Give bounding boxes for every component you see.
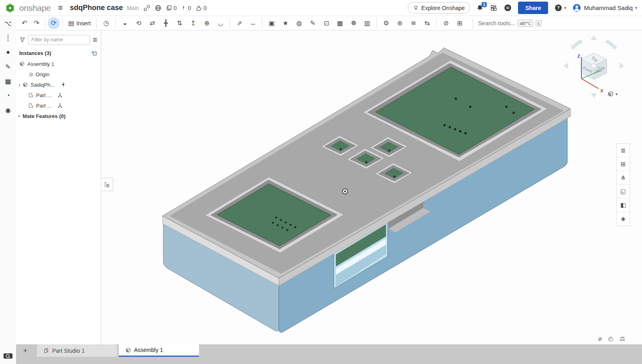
panel-collapse-handle[interactable] [101,178,113,191]
replicate-icon[interactable]: ★ [278,17,292,29]
view-options-button[interactable]: ▾ [607,91,618,97]
tab-part-studio-1[interactable]: Part Studio 1 [37,344,117,357]
mass-properties-icon[interactable]: ⚖ [620,335,625,342]
instances-header-row: Instances (3) [16,47,101,59]
edit-in-context-icon[interactable]: ✎ [306,17,319,29]
transform-icon[interactable]: ⇆ [420,17,434,29]
tree-item-assembly[interactable]: Assembly 1 [16,59,101,69]
width-mate-icon[interactable]: ↔ [246,17,260,29]
toolbar-divider [45,18,45,28]
revolute-mate-icon[interactable]: ⟲ [132,17,145,29]
bom-panel-icon[interactable]: ≣ [617,144,630,157]
tree-item-origin[interactable]: ◎ Origin [16,69,101,79]
toolbar-divider [62,18,63,28]
group-icon[interactable]: ▣ [265,17,278,29]
mate-tool-icon[interactable]: ◷ [99,17,113,29]
graphics-viewport[interactable]: Top Front Right Z X Y ▾ [101,31,642,344]
pin-slot-mate-icon[interactable]: ↥ [186,17,200,29]
tree-item-part-1[interactable]: Part ... [16,90,101,100]
performance-gauge-icon[interactable]: ◴ [608,335,613,342]
pattern-icon[interactable]: ▦ [333,17,347,29]
help-menu-button[interactable]: ? ▾ [554,4,566,12]
tree-item-subassembly[interactable]: › SadiqPh... [16,79,101,90]
properties-icon[interactable]: ▩ [0,74,16,88]
app-store-grid-icon[interactable] [490,4,498,12]
onshape-logo-icon[interactable] [5,3,15,13]
add-instance-icon[interactable] [91,50,98,57]
tree-item-part-2[interactable]: Part ... [16,100,101,111]
select-other-icon[interactable]: ◍ [292,17,306,29]
collapse-chevron-icon[interactable]: › [16,115,22,117]
follow-marker-icon[interactable]: ┊ [0,31,16,45]
mated-icon [57,103,63,109]
filter-funnel-icon[interactable] [19,37,26,43]
shortcut-c-key: c [536,20,542,26]
copy-link-icon[interactable] [143,4,150,12]
comments-icon[interactable]: ● [0,45,16,59]
tangent-mate-icon[interactable]: ◡ [213,17,227,29]
main-toolbar: ↶ ↷ ⟳ ▤ Insert ◷ ◒ ⟲ ⇄ ╋ ⇅ ↥ [16,16,642,31]
undo-button[interactable]: ↶ [18,17,30,29]
avatar [572,3,581,12]
versions-history-icon[interactable]: ⌥ [0,16,16,31]
document-tabs-bar: + Part Studio 1 Assembly 1 [16,344,642,364]
motion-gears-icon[interactable]: ⚙ [379,17,393,29]
fixed-pin-icon [61,82,66,88]
snap-mode-icon[interactable]: ⇗ [232,17,246,29]
list-view-icon[interactable]: ≣ [92,36,98,43]
view-cube[interactable]: Top Front Right Z X Y [559,34,631,102]
share-button[interactable]: Share [518,2,548,14]
exploded-views-panel-icon[interactable]: ⋔ [617,171,630,185]
like-count-stat[interactable]: 0 [195,4,207,12]
follow-count-stat[interactable]: 0 [181,4,191,11]
document-title: sdqPhone case [70,4,123,12]
thumbs-up-icon [195,4,202,12]
insert-button[interactable]: ▤ Insert [65,17,94,29]
toolbar-tools: ◷ ◒ ⟲ ⇄ ╋ ⇅ ↥ ⊕ ◡ ⇗ ↔ ▣ [99,17,466,29]
viewport-tools: ⌀ ◴ ⚖ [598,335,625,342]
add-tab-button[interactable]: + [19,344,31,357]
document-menu-icon[interactable]: ≡ [58,3,63,12]
search-tabs-icon[interactable] [0,352,16,360]
derived-instances-icon[interactable]: ⊡ [319,17,333,29]
svg-text:⚙: ⚙ [506,6,510,10]
search-tools-button[interactable]: Search tools... alt/⌥ c [473,18,547,28]
insert-feature-icon[interactable]: ⊞ [453,17,466,29]
mated-icon [57,92,63,98]
app-wordmark[interactable]: onshape [19,3,51,13]
slider-mate-icon[interactable]: ⇄ [145,17,159,29]
explore-onshape-button[interactable]: Explore Onshape [408,2,470,14]
rack-pinion-icon[interactable]: ≋ [406,17,420,29]
performance-icon[interactable]: ◔ [0,88,16,103]
planar-mate-icon[interactable]: ╋ [159,17,173,29]
copy-count-stat[interactable]: 0 [166,4,177,11]
expand-chevron-icon[interactable]: › [18,82,20,88]
mechanism-icon[interactable]: ⊛ [393,17,406,29]
measure-icon[interactable]: ⌀ [598,335,601,342]
cylindrical-mate-icon[interactable]: ⇅ [173,17,186,29]
ai-assistant-icon[interactable]: ⚙ [504,4,512,12]
appearance-panel-icon[interactable]: ◧ [617,198,630,212]
gear-relation-icon[interactable]: ☸ [347,17,360,29]
view-options-caret-icon: ▾ [616,92,618,96]
notifications-bell-icon[interactable]: 1 [476,4,484,12]
follow-count-value: 0 [188,5,191,11]
rotate-view-button[interactable]: ⟳ [48,17,60,29]
part-icon [28,103,34,108]
user-menu-button[interactable]: Muhammad Sadiq ▾ [572,3,637,12]
redo-button[interactable]: ↷ [30,17,43,29]
display-states-icon[interactable]: ▥ [360,17,374,29]
origin-icon: ◎ [29,71,33,77]
motion-panel-icon[interactable]: ◈ [617,212,630,226]
hide-notes-icon[interactable]: ⊘ [439,17,453,29]
fastened-mate-icon[interactable]: ◒ [118,17,132,29]
configurations-panel-icon[interactable]: ⊞ [617,157,630,171]
public-globe-icon [154,4,162,12]
ball-mate-icon[interactable]: ⊕ [200,17,213,29]
learning-center-icon[interactable]: ◉ [0,103,16,117]
filter-input[interactable] [28,35,90,45]
named-positions-panel-icon[interactable]: ◱ [617,185,630,198]
notes-icon[interactable]: ✎ [0,59,16,74]
mate-features-header[interactable]: › Mate Features (0) [16,111,101,121]
tab-assembly-1[interactable]: Assembly 1 [119,344,199,357]
